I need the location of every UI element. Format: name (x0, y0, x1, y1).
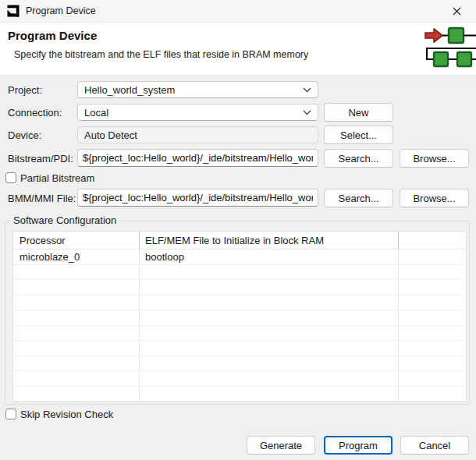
software-configuration-title: Software Configuration (10, 214, 119, 226)
connection-label: Connection: (8, 107, 62, 119)
chevron-down-icon (303, 87, 311, 93)
titlebar: Program Device (0, 0, 476, 22)
column-header-elf-file: ELF/MEM File to Initialize in Block RAM (140, 232, 399, 249)
table-empty-row[interactable] (13, 371, 466, 387)
page-title: Program Device (8, 29, 97, 42)
software-table: Processor ELF/MEM File to Initialize in … (12, 231, 467, 402)
skip-revision-label: Skip Revision Check (20, 409, 113, 420)
project-dropdown[interactable]: Hello_world_system (77, 81, 318, 98)
close-icon (453, 7, 461, 16)
extra-cell (399, 249, 466, 265)
device-label: Device: (8, 129, 41, 141)
partial-bitstream-label: Partial Bitstream (20, 172, 94, 184)
table-empty-row[interactable] (13, 310, 466, 326)
window-title: Program Device (26, 5, 96, 16)
partial-bitstream-checkbox[interactable] (5, 172, 16, 183)
generate-button[interactable]: Generate (247, 436, 315, 455)
table-empty-row[interactable] (13, 295, 466, 311)
table-row[interactable]: microblaze_0 bootloop (13, 249, 466, 265)
table-empty-row[interactable] (13, 356, 466, 372)
bitstream-browse-button[interactable]: Browse... (400, 149, 469, 168)
bmm-input[interactable] (77, 189, 318, 207)
software-table-header: Processor ELF/MEM File to Initialize in … (13, 232, 466, 249)
table-empty-row[interactable] (13, 265, 466, 281)
connection-dropdown-value: Local (84, 107, 108, 119)
elf-file-cell[interactable]: bootloop (140, 249, 399, 265)
bitstream-input[interactable] (77, 149, 318, 167)
bitstream-label: Bitstream/PDI: (8, 153, 73, 165)
program-button[interactable]: Program (324, 436, 393, 455)
bmm-search-button[interactable]: Search... (324, 189, 393, 207)
chevron-down-icon (303, 110, 311, 115)
processor-cell: microblaze_0 (13, 249, 140, 265)
table-empty-row[interactable] (13, 387, 466, 402)
program-chain-icon (424, 26, 476, 71)
connection-dropdown[interactable]: Local (77, 104, 318, 121)
software-table-body: microblaze_0 bootloop (13, 249, 466, 402)
amd-logo-icon (6, 4, 20, 18)
project-label: Project: (8, 84, 42, 96)
page-subtitle: Specify the bitstream and the ELF files … (14, 49, 308, 60)
dialog-header: Program Device Specify the bitstream and… (0, 22, 476, 76)
skip-revision-checkbox[interactable] (5, 409, 16, 419)
project-dropdown-value: Hello_world_system (84, 84, 175, 96)
bmm-browse-button[interactable]: Browse... (400, 189, 469, 207)
bitstream-search-button[interactable]: Search... (324, 149, 393, 168)
new-connection-button[interactable]: New (324, 103, 393, 122)
device-field: Auto Detect (77, 126, 318, 143)
column-header-extra (399, 232, 466, 249)
program-device-dialog: Program Device Program Device Specify th… (0, 0, 476, 460)
bmm-label: BMM/MMI File: (8, 193, 76, 204)
table-empty-row[interactable] (13, 280, 466, 295)
table-empty-row[interactable] (13, 326, 466, 341)
column-header-processor: Processor (13, 232, 140, 249)
close-button[interactable] (443, 0, 470, 22)
select-device-button[interactable]: Select... (324, 126, 393, 144)
cancel-button[interactable]: Cancel (400, 436, 469, 455)
table-empty-row[interactable] (13, 341, 466, 356)
